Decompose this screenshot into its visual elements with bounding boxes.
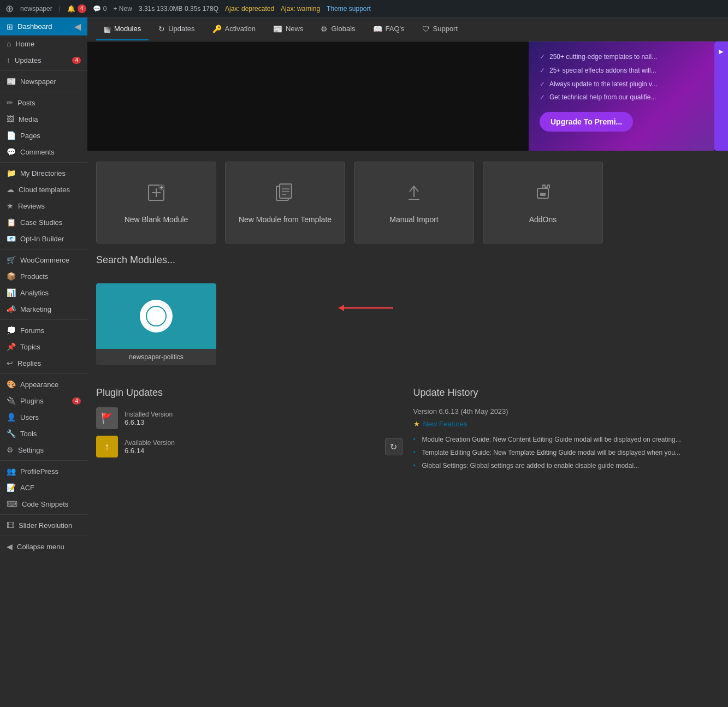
installed-version-info: Installed Version 6.6.13 bbox=[125, 411, 403, 426]
site-name[interactable]: newspaper bbox=[20, 5, 52, 13]
sidebar-item-pages[interactable]: 📄 Pages bbox=[0, 127, 87, 144]
sidebar-item-comments[interactable]: 💬 Comments bbox=[0, 144, 87, 160]
sidebar-dashboard[interactable]: ⊞ Dashboard ◀ bbox=[0, 17, 87, 35]
sidebar-item-code-snippets[interactable]: ⌨ Code Snippets bbox=[0, 496, 87, 512]
card-addons[interactable]: AddOns bbox=[483, 162, 603, 243]
sidebar-item-appearance[interactable]: 🎨 Appearance bbox=[0, 376, 87, 393]
acf-icon: 📝 bbox=[7, 483, 16, 492]
module-thumbnail-newspaper-politics[interactable]: newspaper-politics bbox=[96, 283, 216, 365]
checkmark-icon-2: ✓ bbox=[540, 66, 545, 75]
marketing-icon: 📣 bbox=[7, 305, 16, 313]
top-nav: ▦ Modules ↻ Updates 🔑 Activation 📰 News … bbox=[87, 17, 728, 41]
profilepress-icon: 👥 bbox=[7, 467, 16, 476]
plugin-updates-title: Plugin Updates bbox=[96, 387, 403, 399]
upgrade-button[interactable]: Upgrade To Premi... bbox=[540, 112, 633, 132]
replies-icon: ↩ bbox=[7, 359, 13, 367]
collapse-menu-icon: ◀ bbox=[7, 542, 13, 551]
sidebar-item-plugins[interactable]: 🔌 Plugins 4 bbox=[0, 393, 87, 409]
sidebar-item-updates[interactable]: ↑ Updates 4 bbox=[0, 52, 87, 68]
new-button[interactable]: + New bbox=[114, 5, 132, 13]
code-snippets-icon: ⌨ bbox=[7, 500, 17, 508]
svg-rect-7 bbox=[280, 184, 292, 198]
side-expand-button[interactable]: ▶ bbox=[714, 41, 728, 151]
tab-globals[interactable]: ⚙ Globals bbox=[313, 19, 363, 40]
sidebar-item-tools[interactable]: 🔧 Tools bbox=[0, 425, 87, 442]
update-bullet-2: Template Editing Guide: New Template Edi… bbox=[413, 448, 720, 458]
sidebar-item-posts[interactable]: ✏ Posts bbox=[0, 94, 87, 111]
sidebar-item-settings[interactable]: ⚙ Settings bbox=[0, 442, 87, 458]
installed-version-item: 🚩 Installed Version 6.6.13 bbox=[96, 407, 403, 429]
woocommerce-icon: 🛒 bbox=[7, 256, 16, 264]
banner-feature-1: ✓ 250+ cutting-edge templates to nail... bbox=[540, 52, 703, 62]
tab-news[interactable]: 📰 News bbox=[265, 19, 311, 40]
sidebar-item-woocommerce[interactable]: 🛒 WooCommerce bbox=[0, 252, 87, 268]
sidebar-divider-1 bbox=[0, 70, 87, 71]
sidebar-divider-9 bbox=[0, 536, 87, 536]
sidebar-item-profilepress[interactable]: 👥 ProfilePress bbox=[0, 463, 87, 479]
sidebar-item-my-directories[interactable]: 📁 My Directories bbox=[0, 165, 87, 181]
wp-logo-icon: ⊕ bbox=[5, 3, 14, 15]
tab-updates[interactable]: ↻ Updates bbox=[151, 19, 202, 40]
news-tab-icon: 📰 bbox=[273, 25, 282, 33]
sidebar-item-marketing[interactable]: 📣 Marketing bbox=[0, 301, 87, 317]
tab-activation[interactable]: 🔑 Activation bbox=[205, 19, 263, 40]
sidebar-item-replies[interactable]: ↩ Replies bbox=[0, 355, 87, 371]
banner-left bbox=[87, 41, 529, 151]
topics-icon: 📌 bbox=[7, 342, 16, 351]
case-studies-icon: 📋 bbox=[7, 218, 16, 227]
sidebar-divider-6 bbox=[0, 373, 87, 374]
sidebar-item-newspaper[interactable]: 📰 Newspaper bbox=[0, 73, 87, 90]
update-bullet-1: Module Creation Guide: New Content Editi… bbox=[413, 435, 720, 444]
ajax-deprecated: Ajax: deprecated bbox=[225, 5, 274, 13]
new-features-row: ★ New Features bbox=[413, 420, 720, 428]
addons-label: AddOns bbox=[529, 215, 557, 224]
sidebar-item-forums[interactable]: 💭 Forums bbox=[0, 322, 87, 338]
red-arrow-indicator bbox=[333, 300, 399, 318]
new-features-label[interactable]: New Features bbox=[423, 420, 467, 428]
tab-support[interactable]: 🛡 Support bbox=[415, 19, 466, 40]
sidebar-item-opt-in-builder[interactable]: 📧 Opt-In Builder bbox=[0, 230, 87, 247]
sidebar-item-topics[interactable]: 📌 Topics bbox=[0, 338, 87, 355]
tab-faqs[interactable]: 📖 FAQ's bbox=[365, 19, 412, 40]
sidebar-item-slider-revolution[interactable]: 🎞 Slider Revolution bbox=[0, 517, 87, 533]
notifications-item[interactable]: 🔔 4 bbox=[67, 4, 86, 13]
card-manual-import[interactable]: Manual Import bbox=[354, 162, 474, 243]
card-new-blank-module[interactable]: New Blank Module bbox=[96, 162, 216, 243]
home-icon: ⌂ bbox=[7, 39, 11, 48]
comments-icon: 💬 bbox=[7, 147, 16, 156]
available-version-icon: ↑ bbox=[96, 436, 118, 458]
sidebar-item-home[interactable]: ⌂ Home bbox=[0, 35, 87, 52]
products-icon: 📦 bbox=[7, 272, 16, 281]
appearance-icon: 🎨 bbox=[7, 380, 16, 389]
sidebar-item-acf[interactable]: 📝 ACF bbox=[0, 479, 87, 496]
card-new-module-template[interactable]: New Module from Template bbox=[225, 162, 345, 243]
comments-item[interactable]: 💬 0 bbox=[93, 5, 107, 13]
sidebar-divider-4 bbox=[0, 249, 87, 249]
plugins-badge: 4 bbox=[72, 397, 81, 405]
sidebar-item-analytics[interactable]: 📊 Analytics bbox=[0, 284, 87, 301]
new-module-template-icon bbox=[274, 182, 296, 209]
update-bullets-list: Module Creation Guide: New Content Editi… bbox=[413, 435, 720, 471]
forums-icon: 💭 bbox=[7, 326, 16, 335]
posts-icon: ✏ bbox=[7, 98, 13, 107]
installed-version-label: Installed Version bbox=[125, 411, 403, 418]
sidebar-item-reviews[interactable]: ★ Reviews bbox=[0, 198, 87, 214]
sidebar-item-users[interactable]: 👤 Users bbox=[0, 409, 87, 425]
settings-icon: ⚙ bbox=[7, 445, 14, 454]
banner-right: ✓ 250+ cutting-edge templates to nail...… bbox=[529, 41, 714, 151]
available-version-label: Available Version bbox=[125, 439, 378, 447]
update-history-section: Update History Version 6.6.13 (4th May 2… bbox=[413, 387, 720, 474]
new-module-template-label: New Module from Template bbox=[239, 215, 332, 224]
sidebar-item-collapse-menu[interactable]: ◀ Collapse menu bbox=[0, 538, 87, 555]
refresh-button[interactable]: ↻ bbox=[385, 438, 403, 455]
sidebar-item-cloud-templates[interactable]: ☁ Cloud templates bbox=[0, 181, 87, 198]
tab-modules[interactable]: ▦ Modules bbox=[96, 19, 149, 40]
theme-support[interactable]: Theme support bbox=[327, 5, 371, 13]
activation-tab-icon: 🔑 bbox=[212, 25, 222, 33]
main-content: ▦ Modules ↻ Updates 🔑 Activation 📰 News … bbox=[87, 17, 728, 707]
sidebar-item-products[interactable]: 📦 Products bbox=[0, 268, 87, 284]
sidebar-divider-3 bbox=[0, 162, 87, 163]
sidebar-item-case-studies[interactable]: 📋 Case Studies bbox=[0, 214, 87, 230]
sidebar-item-media[interactable]: 🖼 Media bbox=[0, 111, 87, 127]
tools-icon: 🔧 bbox=[7, 429, 16, 438]
